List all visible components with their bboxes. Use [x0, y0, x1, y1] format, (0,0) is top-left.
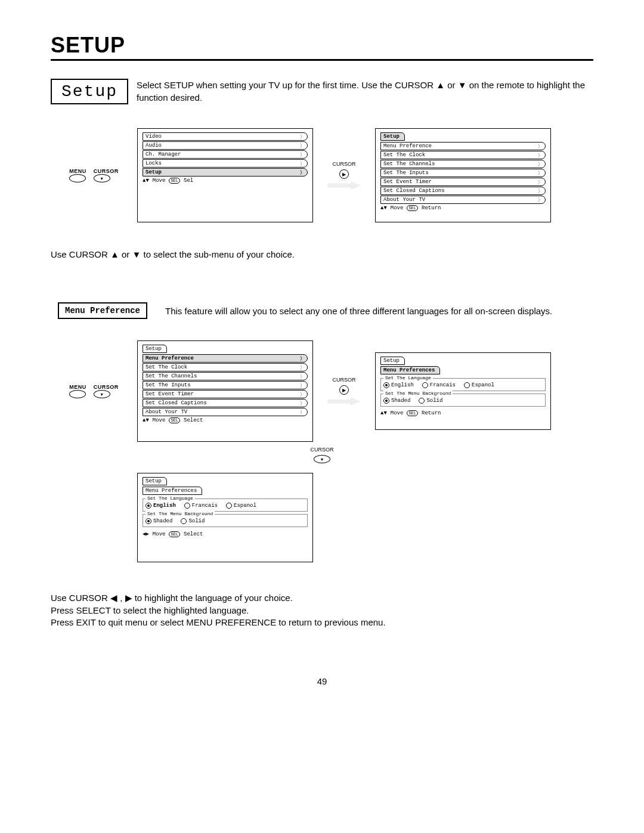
osd-footer: ▲▼ Move SEL Return: [380, 410, 546, 416]
radio-francais: Francais: [422, 382, 456, 388]
osd-tab-setup: Setup: [380, 132, 405, 141]
remote-buttons: MENU CURSOR ▼: [51, 384, 137, 398]
osd-item-menu-preference-selected: Menu Preference〉: [143, 354, 308, 363]
osd-item: Set Closed Captions〉: [143, 399, 308, 407]
page-number: 49: [51, 676, 593, 686]
osd-main-menu: Video〉 Audio〉 Ch. Manager〉 Locks〉 Setup〉…: [137, 128, 313, 222]
updown-icon: ▲▼: [380, 205, 387, 211]
radio-solid: Solid: [181, 518, 205, 524]
radio-espanol: Espanol: [226, 503, 256, 509]
cursor-label: CURSOR: [94, 384, 119, 390]
legend-language: Set The Language: [145, 496, 195, 501]
cursor-right-button-icon: ▶: [339, 169, 349, 179]
osd-item: Locks〉: [143, 159, 308, 168]
page-title: SETUP: [51, 33, 593, 61]
radio-francais: Francais: [184, 503, 218, 509]
setup-description: Select SETUP when setting your TV up for…: [137, 79, 593, 104]
osd-item-setup-selected: Setup〉: [143, 168, 308, 176]
menu-label: MENU: [69, 168, 86, 174]
sel-pill-icon: SEL: [169, 178, 180, 184]
cursor-label: CURSOR: [332, 377, 355, 383]
sub-instruction: Use CURSOR ▲ or ▼ to select the sub-menu…: [51, 249, 593, 261]
osd-footer: ▲▼ Move SEL Sel: [143, 178, 308, 184]
osd-footer: ◀▶ Move SEL Select: [143, 531, 308, 537]
osd-tab-menu-preferences: Menu Preferences: [143, 487, 202, 495]
legend-background: Set The Menu Background: [383, 391, 453, 396]
osd-item: Set The Clock〉: [143, 363, 308, 371]
sel-pill-icon: SEL: [169, 531, 180, 537]
arrow-right-icon: [327, 397, 361, 405]
set-background-fieldset: Set The Menu Background Shaded Solid: [143, 514, 308, 527]
menu-preference-label: Menu Preference: [58, 302, 147, 319]
osd-item: About Your TV〉: [380, 196, 546, 204]
cursor-down-button-icon: ▼: [94, 174, 110, 182]
sel-pill-icon: SEL: [407, 205, 418, 211]
osd-item: Video〉: [143, 132, 308, 141]
updown-icon: ▲▼: [380, 410, 387, 416]
sel-pill-icon: SEL: [169, 417, 180, 423]
radio-shaded: Shaded: [145, 518, 172, 524]
osd-item: About Your TV〉: [143, 408, 308, 416]
radio-shaded: Shaded: [383, 398, 410, 404]
osd-item: Set Event Timer〉: [380, 178, 546, 186]
legend-background: Set The Menu Background: [145, 511, 215, 516]
osd-tab-setup: Setup: [380, 357, 405, 365]
osd-item: Set The Inputs〉: [143, 381, 308, 389]
cursor-label: CURSOR: [94, 168, 119, 174]
osd-item: Set Event Timer〉: [143, 390, 308, 398]
menu-preference-desc: This feature will allow you to select an…: [165, 306, 552, 316]
cursor-down-button-icon: ▼: [314, 455, 330, 463]
osd-footer: ▲▼ Move SEL Select: [143, 417, 308, 423]
legend-language: Set The Language: [383, 375, 433, 380]
bottom-instruction-1: Use CURSOR ◀ , ▶ to highlight the langua…: [51, 592, 593, 604]
radio-english: English: [383, 382, 414, 388]
osd-setup-menu-pref-highlighted: Setup Menu Preference〉 Set The Clock〉 Se…: [137, 340, 313, 442]
cursor-right-button-icon: ▶: [339, 385, 349, 395]
cursor-label: CURSOR: [310, 447, 333, 453]
osd-setup-menu: Setup Menu Preference〉 Set The Clock〉 Se…: [375, 128, 551, 222]
osd-tab-menu-preferences: Menu Preferences: [380, 366, 440, 374]
updown-icon: ▲▼: [143, 178, 149, 184]
bottom-instruction-3: Press EXIT to quit menu or select MENU P…: [51, 617, 593, 628]
radio-english-selected: English: [145, 503, 176, 509]
updown-icon: ▲▼: [143, 417, 149, 423]
osd-footer: ▲▼ Move SEL Return: [380, 205, 546, 211]
menu-label: MENU: [69, 384, 86, 390]
osd-menu-preferences-language-selected: Setup Menu Preferences Set The Language …: [137, 473, 313, 562]
osd-menu-preferences: Setup Menu Preferences Set The Language …: [375, 352, 551, 430]
osd-tab-setup: Setup: [143, 345, 167, 353]
osd-item: Set The Clock〉: [380, 151, 546, 159]
menu-button-icon: [69, 390, 86, 398]
osd-item: Ch. Manager〉: [143, 150, 308, 159]
osd-item: Set The Inputs〉: [380, 169, 546, 177]
osd-item: Set The Channels〉: [143, 372, 308, 380]
arrow-right-icon: [327, 181, 361, 190]
set-background-fieldset: Set The Menu Background Shaded Solid: [380, 394, 546, 407]
radio-espanol: Espanol: [464, 382, 494, 388]
sel-pill-icon: SEL: [407, 410, 418, 416]
setup-box-label: Setup: [51, 79, 128, 104]
set-language-fieldset: Set The Language English Francais Espano…: [380, 378, 546, 391]
osd-item: Set Closed Captions〉: [380, 187, 546, 195]
menu-button-icon: [69, 174, 86, 182]
bottom-instruction-2: Press SELECT to select the highlighted l…: [51, 605, 593, 617]
radio-solid: Solid: [419, 398, 442, 404]
osd-tab-setup: Setup: [143, 477, 167, 485]
set-language-fieldset: Set The Language English Francais Espano…: [143, 498, 308, 512]
cursor-label: CURSOR: [332, 161, 355, 167]
remote-buttons: MENU CURSOR ▼: [51, 168, 137, 182]
cursor-down-button-icon: ▼: [94, 390, 110, 398]
osd-item: Set The Channels〉: [380, 160, 546, 168]
osd-item: Menu Preference〉: [380, 142, 546, 150]
osd-item: Audio〉: [143, 141, 308, 150]
leftright-icon: ◀▶: [143, 531, 149, 537]
